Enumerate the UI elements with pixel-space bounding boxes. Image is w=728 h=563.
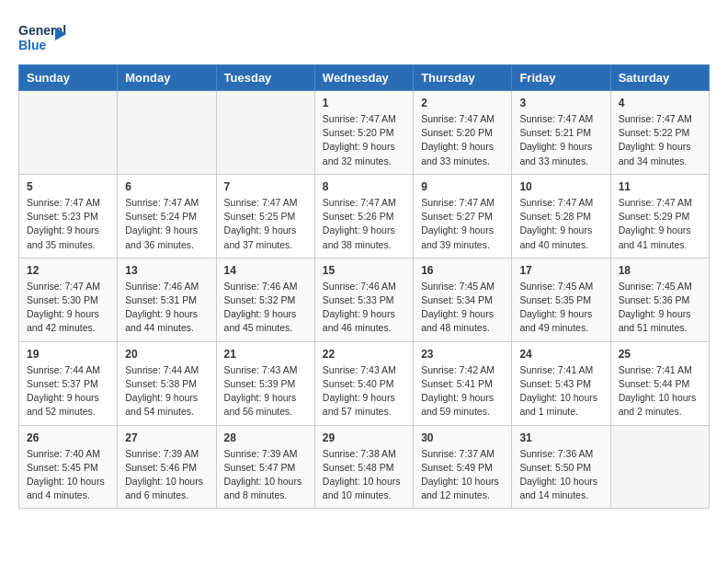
- calendar-cell: 12Sunrise: 7:47 AM Sunset: 5:30 PM Dayli…: [19, 258, 118, 341]
- calendar-cell: 17Sunrise: 7:45 AM Sunset: 5:35 PM Dayli…: [512, 258, 610, 341]
- calendar-cell: 11Sunrise: 7:47 AM Sunset: 5:29 PM Dayli…: [610, 174, 709, 258]
- calendar-cell: 18Sunrise: 7:45 AM Sunset: 5:36 PM Dayli…: [610, 258, 709, 341]
- week-row-5: 26Sunrise: 7:40 AM Sunset: 5:45 PM Dayli…: [19, 425, 710, 509]
- day-info: Sunrise: 7:46 AM Sunset: 5:31 PM Dayligh…: [125, 280, 208, 336]
- calendar-cell: 1Sunrise: 7:47 AM Sunset: 5:20 PM Daylig…: [314, 91, 413, 175]
- calendar-cell: 22Sunrise: 7:43 AM Sunset: 5:40 PM Dayli…: [314, 341, 413, 425]
- calendar-cell: 24Sunrise: 7:41 AM Sunset: 5:43 PM Dayli…: [512, 341, 610, 425]
- day-info: Sunrise: 7:47 AM Sunset: 5:24 PM Dayligh…: [125, 196, 208, 252]
- day-number: 29: [323, 431, 405, 444]
- week-row-1: 1Sunrise: 7:47 AM Sunset: 5:20 PM Daylig…: [19, 91, 710, 175]
- calendar-cell: 30Sunrise: 7:37 AM Sunset: 5:49 PM Dayli…: [414, 425, 512, 509]
- day-number: 13: [125, 264, 208, 277]
- day-info: Sunrise: 7:47 AM Sunset: 5:28 PM Dayligh…: [519, 196, 602, 252]
- day-number: 11: [619, 180, 701, 193]
- calendar-cell: 14Sunrise: 7:46 AM Sunset: 5:32 PM Dayli…: [216, 258, 314, 341]
- calendar-cell: [19, 91, 118, 175]
- day-number: 4: [619, 97, 701, 109]
- calendar-cell: 16Sunrise: 7:45 AM Sunset: 5:34 PM Dayli…: [414, 258, 512, 341]
- calendar-cell: 2Sunrise: 7:47 AM Sunset: 5:20 PM Daylig…: [414, 91, 512, 175]
- day-info: Sunrise: 7:43 AM Sunset: 5:40 PM Dayligh…: [323, 363, 405, 419]
- page-header: GeneralBlue: [18, 18, 710, 55]
- day-number: 17: [519, 264, 602, 277]
- day-number: 12: [27, 264, 109, 277]
- weekday-wednesday: Wednesday: [314, 65, 413, 91]
- day-number: 18: [619, 264, 701, 277]
- weekday-saturday: Saturday: [610, 65, 709, 91]
- day-number: 8: [323, 180, 405, 193]
- day-number: 19: [27, 348, 109, 361]
- calendar-cell: [216, 91, 314, 175]
- day-info: Sunrise: 7:44 AM Sunset: 5:38 PM Dayligh…: [125, 363, 208, 419]
- day-info: Sunrise: 7:47 AM Sunset: 5:22 PM Dayligh…: [619, 112, 701, 168]
- day-number: 7: [224, 180, 307, 193]
- day-info: Sunrise: 7:47 AM Sunset: 5:20 PM Dayligh…: [323, 112, 405, 168]
- weekday-tuesday: Tuesday: [216, 65, 314, 91]
- day-info: Sunrise: 7:47 AM Sunset: 5:23 PM Dayligh…: [27, 196, 109, 252]
- day-info: Sunrise: 7:47 AM Sunset: 5:27 PM Dayligh…: [421, 196, 504, 252]
- day-info: Sunrise: 7:47 AM Sunset: 5:26 PM Dayligh…: [323, 196, 405, 252]
- calendar-cell: 25Sunrise: 7:41 AM Sunset: 5:44 PM Dayli…: [610, 341, 709, 425]
- day-number: 25: [619, 348, 701, 361]
- week-row-3: 12Sunrise: 7:47 AM Sunset: 5:30 PM Dayli…: [19, 258, 710, 341]
- logo-svg: GeneralBlue: [18, 18, 69, 55]
- day-info: Sunrise: 7:39 AM Sunset: 5:46 PM Dayligh…: [125, 447, 208, 503]
- day-info: Sunrise: 7:36 AM Sunset: 5:50 PM Dayligh…: [519, 447, 602, 503]
- day-number: 22: [323, 348, 405, 361]
- calendar-body: 1Sunrise: 7:47 AM Sunset: 5:20 PM Daylig…: [19, 91, 710, 509]
- calendar-cell: 27Sunrise: 7:39 AM Sunset: 5:46 PM Dayli…: [118, 425, 216, 509]
- day-number: 24: [519, 348, 602, 361]
- day-info: Sunrise: 7:47 AM Sunset: 5:29 PM Dayligh…: [619, 196, 701, 252]
- day-number: 9: [421, 180, 504, 193]
- day-info: Sunrise: 7:45 AM Sunset: 5:35 PM Dayligh…: [519, 280, 602, 336]
- day-info: Sunrise: 7:47 AM Sunset: 5:21 PM Dayligh…: [519, 112, 602, 168]
- calendar-cell: 6Sunrise: 7:47 AM Sunset: 5:24 PM Daylig…: [118, 174, 216, 258]
- day-number: 5: [27, 180, 109, 193]
- svg-text:Blue: Blue: [18, 38, 47, 52]
- calendar-cell: 23Sunrise: 7:42 AM Sunset: 5:41 PM Dayli…: [414, 341, 512, 425]
- day-number: 16: [421, 264, 504, 277]
- day-info: Sunrise: 7:44 AM Sunset: 5:37 PM Dayligh…: [27, 363, 109, 419]
- day-number: 31: [519, 431, 602, 444]
- day-info: Sunrise: 7:47 AM Sunset: 5:30 PM Dayligh…: [27, 280, 109, 336]
- day-number: 27: [125, 431, 208, 444]
- week-row-2: 5Sunrise: 7:47 AM Sunset: 5:23 PM Daylig…: [19, 174, 710, 258]
- calendar-cell: 13Sunrise: 7:46 AM Sunset: 5:31 PM Dayli…: [118, 258, 216, 341]
- day-info: Sunrise: 7:45 AM Sunset: 5:36 PM Dayligh…: [619, 280, 701, 336]
- calendar-cell: 19Sunrise: 7:44 AM Sunset: 5:37 PM Dayli…: [19, 341, 118, 425]
- day-info: Sunrise: 7:46 AM Sunset: 5:33 PM Dayligh…: [323, 280, 405, 336]
- day-info: Sunrise: 7:37 AM Sunset: 5:49 PM Dayligh…: [421, 447, 504, 503]
- day-number: 26: [27, 431, 109, 444]
- day-number: 20: [125, 348, 208, 361]
- weekday-header-row: SundayMondayTuesdayWednesdayThursdayFrid…: [19, 65, 710, 91]
- day-number: 10: [519, 180, 602, 193]
- calendar-cell: 15Sunrise: 7:46 AM Sunset: 5:33 PM Dayli…: [314, 258, 413, 341]
- calendar-cell: 9Sunrise: 7:47 AM Sunset: 5:27 PM Daylig…: [414, 174, 512, 258]
- day-info: Sunrise: 7:45 AM Sunset: 5:34 PM Dayligh…: [421, 280, 504, 336]
- day-number: 1: [323, 97, 405, 109]
- day-info: Sunrise: 7:41 AM Sunset: 5:43 PM Dayligh…: [519, 363, 602, 419]
- calendar-cell: 28Sunrise: 7:39 AM Sunset: 5:47 PM Dayli…: [216, 425, 314, 509]
- calendar-cell: 4Sunrise: 7:47 AM Sunset: 5:22 PM Daylig…: [610, 91, 709, 175]
- day-number: 2: [421, 97, 504, 109]
- calendar-cell: 7Sunrise: 7:47 AM Sunset: 5:25 PM Daylig…: [216, 174, 314, 258]
- day-info: Sunrise: 7:46 AM Sunset: 5:32 PM Dayligh…: [224, 280, 307, 336]
- calendar-cell: 29Sunrise: 7:38 AM Sunset: 5:48 PM Dayli…: [314, 425, 413, 509]
- calendar-cell: 31Sunrise: 7:36 AM Sunset: 5:50 PM Dayli…: [512, 425, 610, 509]
- day-number: 23: [421, 348, 504, 361]
- calendar-cell: 21Sunrise: 7:43 AM Sunset: 5:39 PM Dayli…: [216, 341, 314, 425]
- calendar-cell: 26Sunrise: 7:40 AM Sunset: 5:45 PM Dayli…: [19, 425, 118, 509]
- week-row-4: 19Sunrise: 7:44 AM Sunset: 5:37 PM Dayli…: [19, 341, 710, 425]
- calendar-cell: 10Sunrise: 7:47 AM Sunset: 5:28 PM Dayli…: [512, 174, 610, 258]
- day-number: 6: [125, 180, 208, 193]
- day-number: 15: [323, 264, 405, 277]
- logo: GeneralBlue: [18, 18, 69, 55]
- day-number: 21: [224, 348, 307, 361]
- day-number: 14: [224, 264, 307, 277]
- weekday-monday: Monday: [118, 65, 216, 91]
- calendar-cell: 20Sunrise: 7:44 AM Sunset: 5:38 PM Dayli…: [118, 341, 216, 425]
- calendar-table: SundayMondayTuesdayWednesdayThursdayFrid…: [18, 64, 710, 509]
- day-info: Sunrise: 7:47 AM Sunset: 5:25 PM Dayligh…: [224, 196, 307, 252]
- calendar-cell: [118, 91, 216, 175]
- weekday-friday: Friday: [512, 65, 610, 91]
